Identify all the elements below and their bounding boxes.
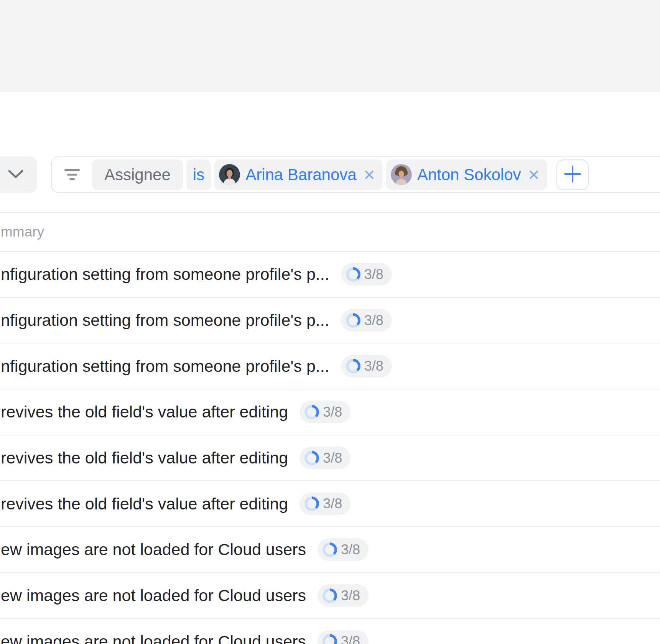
issue-summary: revives the old field's value after edit… xyxy=(1,495,288,513)
issue-row[interactable]: revives the old field's value after edit… xyxy=(0,481,660,527)
avatar-arina-baranova xyxy=(219,164,240,185)
issues-table: mmary nfiguration setting from someone p… xyxy=(0,212,660,644)
avatar-anton-sokolov xyxy=(391,164,412,185)
subtasks-progress-badge: 3/8 xyxy=(341,355,392,378)
filter-value-label: Anton Sokolov xyxy=(417,166,521,184)
issue-row[interactable]: ew images are not loaded for Cloud users… xyxy=(0,619,660,644)
filter-operator-label: is xyxy=(193,166,204,184)
progress-ring-icon xyxy=(323,634,337,644)
top-band xyxy=(0,0,660,92)
issue-row[interactable]: nfiguration setting from someone profile… xyxy=(0,343,660,389)
issue-row[interactable]: revives the old field's value after edit… xyxy=(0,389,660,435)
issue-summary: nfiguration setting from someone profile… xyxy=(1,311,329,330)
filter-bar: Assignee is Arina Baranova xyxy=(0,156,660,193)
progress-ring-icon xyxy=(304,405,319,419)
issue-summary: ew images are not loaded for Cloud users xyxy=(1,586,306,605)
issue-summary: nfiguration setting from someone profile… xyxy=(1,265,329,284)
issue-summary: ew images are not loaded for Cloud users xyxy=(1,540,306,559)
subtasks-progress-badge: 3/8 xyxy=(300,447,351,469)
progress-ring-icon xyxy=(304,496,319,511)
progress-ring-icon xyxy=(323,588,337,603)
filter-value-chip-anton-sokolov[interactable]: Anton Sokolov xyxy=(386,159,547,190)
summary-column-label: mmary xyxy=(1,224,44,240)
filter-field-label: Assignee xyxy=(104,166,171,184)
issue-row[interactable]: ew images are not loaded for Cloud users… xyxy=(0,527,660,573)
subtasks-progress-badge: 3/8 xyxy=(341,309,392,332)
progress-label: 3/8 xyxy=(323,450,342,466)
subtasks-progress-badge: 3/8 xyxy=(318,630,369,644)
progress-ring-icon xyxy=(346,359,360,373)
add-filter-button[interactable] xyxy=(556,159,589,190)
collapse-filters-button[interactable] xyxy=(0,156,37,193)
issue-summary: ew images are not loaded for Cloud users xyxy=(1,632,306,644)
issue-summary: revives the old field's value after edit… xyxy=(1,449,288,467)
progress-label: 3/8 xyxy=(323,496,342,512)
filter-value-chip-arina-baranova[interactable]: Arina Baranova xyxy=(214,159,383,190)
progress-ring-icon xyxy=(346,267,360,282)
progress-ring-icon xyxy=(346,313,360,328)
issue-row[interactable]: nfiguration setting from someone profile… xyxy=(0,298,660,344)
progress-label: 3/8 xyxy=(364,266,383,283)
subtasks-progress-badge: 3/8 xyxy=(318,584,369,607)
progress-ring-icon xyxy=(323,542,337,557)
issue-row[interactable]: revives the old field's value after edit… xyxy=(0,435,660,481)
subtasks-progress-badge: 3/8 xyxy=(341,263,392,286)
progress-label: 3/8 xyxy=(364,358,383,374)
progress-label: 3/8 xyxy=(341,588,360,604)
progress-label: 3/8 xyxy=(364,312,383,329)
remove-filter-value-icon[interactable] xyxy=(364,169,375,181)
filter-lines-icon xyxy=(64,169,80,181)
subtasks-progress-badge: 3/8 xyxy=(300,401,351,423)
subtasks-progress-badge: 3/8 xyxy=(300,493,351,515)
progress-label: 3/8 xyxy=(323,404,342,420)
filter-value-label: Arina Baranova xyxy=(245,166,357,184)
remove-filter-value-icon[interactable] xyxy=(528,169,540,181)
issue-summary: nfiguration setting from someone profile… xyxy=(1,357,329,376)
issue-row[interactable]: ew images are not loaded for Cloud users… xyxy=(0,573,660,619)
progress-label: 3/8 xyxy=(341,633,360,644)
subtasks-progress-badge: 3/8 xyxy=(318,538,369,561)
filter-operator-chip[interactable]: is xyxy=(186,159,211,190)
progress-ring-icon xyxy=(304,451,319,465)
filter-field-chip-assignee[interactable]: Assignee xyxy=(92,159,183,190)
plus-icon xyxy=(564,165,581,184)
issue-summary: revives the old field's value after edit… xyxy=(1,402,288,421)
chevron-down-icon xyxy=(7,169,24,180)
table-header-summary-column[interactable]: mmary xyxy=(0,213,660,252)
filter-query-field[interactable]: Assignee is Arina Baranova xyxy=(51,156,660,193)
progress-label: 3/8 xyxy=(341,542,360,558)
issue-row[interactable]: nfiguration setting from someone profile… xyxy=(0,252,660,298)
